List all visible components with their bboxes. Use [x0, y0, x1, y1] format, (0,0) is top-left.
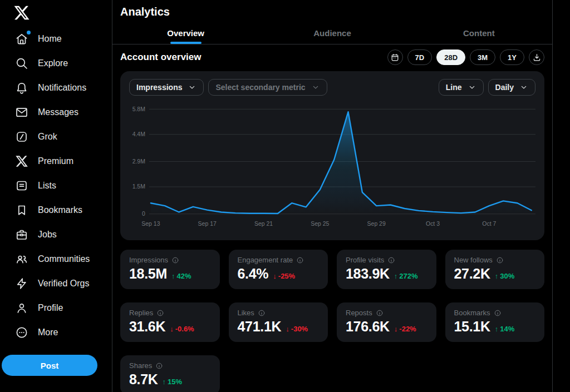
download-icon — [532, 53, 542, 62]
range-button-1y[interactable]: 1Y — [500, 49, 524, 65]
sidebar-item-grok[interactable]: Grok — [0, 125, 112, 149]
section-title: Account overview — [120, 52, 202, 63]
metric-value: 6.4% — [238, 266, 269, 282]
primary-metric-dropdown[interactable]: Impressions — [129, 79, 204, 96]
metric-card-engagement-rate: Engagement rate6.4%↓-25% — [229, 250, 328, 289]
metric-label: Profile visits — [346, 256, 384, 264]
sidebar-item-bookmarks[interactable]: Bookmarks — [0, 198, 112, 222]
info-icon[interactable] — [156, 309, 164, 317]
chevron-down-icon — [468, 83, 476, 92]
info-icon[interactable] — [376, 309, 384, 317]
sidebar-item-label: Messages — [38, 107, 78, 117]
svg-text:Sep 13: Sep 13 — [141, 221, 160, 227]
sidebar-item-label: Jobs — [38, 230, 57, 240]
range-button-7d[interactable]: 7D — [407, 49, 433, 65]
tab-audience[interactable]: Audience — [259, 22, 405, 44]
metric-card-bookmarks: Bookmarks15.1K↑14% — [445, 302, 545, 342]
sidebar-item-label: Explore — [38, 58, 68, 68]
list-icon — [15, 179, 28, 192]
impressions-line-chart[interactable]: 01.5M2.9M4.4M5.8M Sep 13Sep 17Sep 21Sep … — [129, 100, 535, 236]
sidebar-item-label: Premium — [38, 156, 73, 166]
sidebar-item-explore[interactable]: Explore — [0, 51, 112, 76]
info-icon[interactable] — [258, 309, 266, 317]
metric-value-row: 15.1K↑14% — [454, 319, 536, 335]
metric-card-new-follows: New follows27.2K↑30% — [445, 250, 545, 289]
trend-up-icon: ↑ — [394, 272, 398, 280]
metric-change-value: 42% — [176, 272, 191, 280]
chart-controls: Impressions Select secondary metric Line… — [129, 79, 535, 96]
metric-label: Shares — [129, 361, 152, 370]
tab-label: Audience — [313, 28, 351, 38]
info-icon[interactable] — [171, 256, 179, 264]
home-icon — [15, 32, 28, 46]
range-button-28d[interactable]: 28D — [436, 49, 465, 65]
calendar-button[interactable] — [387, 49, 403, 65]
metric-value-row: 6.4%↓-25% — [238, 266, 320, 282]
metric-change-value: -22% — [399, 325, 416, 333]
svg-text:Sep 29: Sep 29 — [367, 221, 386, 227]
post-button[interactable]: Post — [2, 355, 97, 376]
trend-up-icon: ↑ — [495, 325, 499, 333]
trend-down-icon: ↓ — [286, 325, 289, 333]
sidebar-item-communities[interactable]: Communities — [0, 247, 112, 271]
metric-change: ↑42% — [171, 272, 191, 280]
granularity-label: Daily — [495, 83, 514, 92]
metric-card-impressions: Impressions18.5M↑42% — [120, 250, 220, 289]
metric-label-row: Profile visits — [346, 256, 428, 264]
sidebar-item-more[interactable]: More — [0, 320, 112, 345]
sidebar-item-label: Grok — [38, 132, 57, 142]
tab-content[interactable]: Content — [406, 22, 552, 44]
range-button-3m[interactable]: 3M — [470, 49, 495, 65]
chart-panel: Impressions Select secondary metric Line… — [120, 71, 544, 240]
sidebar-item-notifications[interactable]: Notifications — [0, 76, 112, 100]
sidebar-item-premium[interactable]: Premium — [0, 149, 112, 173]
metric-value: 27.2K — [454, 266, 490, 282]
metric-change: ↓-30% — [286, 325, 308, 333]
calendar-icon — [390, 53, 400, 62]
sidebar-item-verified-orgs[interactable]: Verified Orgs — [0, 271, 112, 296]
metric-label-row: Likes — [238, 309, 320, 317]
metric-value: 18.5M — [129, 266, 167, 282]
x-logo-icon — [15, 155, 28, 168]
metric-card-likes: Likes471.1K↓-30% — [229, 302, 328, 342]
info-icon[interactable] — [496, 256, 504, 264]
x-logo-icon[interactable] — [13, 4, 30, 21]
sidebar-item-lists[interactable]: Lists — [0, 173, 112, 198]
trend-up-icon: ↑ — [163, 378, 166, 386]
more-circle-icon — [15, 326, 28, 339]
tab-overview[interactable]: Overview — [112, 22, 259, 44]
svg-text:5.8M: 5.8M — [132, 106, 145, 112]
metric-card-profile-visits: Profile visits183.9K↑272% — [337, 250, 436, 289]
bell-icon — [15, 81, 28, 95]
grok-icon — [15, 130, 28, 143]
sidebar: HomeExploreNotificationsMessagesGrokPrem… — [0, 0, 112, 392]
info-icon[interactable] — [296, 256, 304, 264]
metric-label: Replies — [129, 309, 153, 317]
svg-text:Sep 21: Sep 21 — [254, 221, 273, 227]
info-icon[interactable] — [494, 309, 502, 317]
secondary-metric-dropdown[interactable]: Select secondary metric — [208, 79, 327, 96]
info-icon[interactable] — [155, 362, 163, 370]
export-button[interactable] — [529, 49, 544, 65]
chart-type-dropdown[interactable]: Line — [439, 79, 484, 96]
metric-value-row: 471.1K↓-30% — [238, 319, 320, 335]
sidebar-item-label: Notifications — [38, 83, 86, 93]
metric-value: 471.1K — [238, 319, 282, 335]
sidebar-item-home[interactable]: Home — [0, 27, 112, 51]
secondary-metric-placeholder: Select secondary metric — [215, 83, 305, 92]
trend-down-icon: ↓ — [273, 272, 277, 280]
people-icon — [15, 252, 28, 266]
metric-value-row: 8.7K↑15% — [129, 371, 211, 388]
info-icon[interactable] — [387, 256, 395, 264]
metric-value: 176.6K — [346, 319, 390, 335]
sidebar-item-jobs[interactable]: Jobs — [0, 222, 112, 247]
sidebar-item-messages[interactable]: Messages — [0, 100, 112, 125]
sidebar-item-label: Communities — [38, 254, 90, 264]
svg-text:4.4M: 4.4M — [132, 131, 145, 137]
sidebar-item-profile[interactable]: Profile — [0, 296, 112, 320]
metric-card-replies: Replies31.6K↓-0.6% — [120, 302, 220, 342]
sidebar-item-label: Profile — [38, 303, 63, 313]
granularity-dropdown[interactable]: Daily — [488, 79, 535, 96]
briefcase-icon — [15, 228, 28, 241]
notification-dot — [27, 31, 31, 34]
